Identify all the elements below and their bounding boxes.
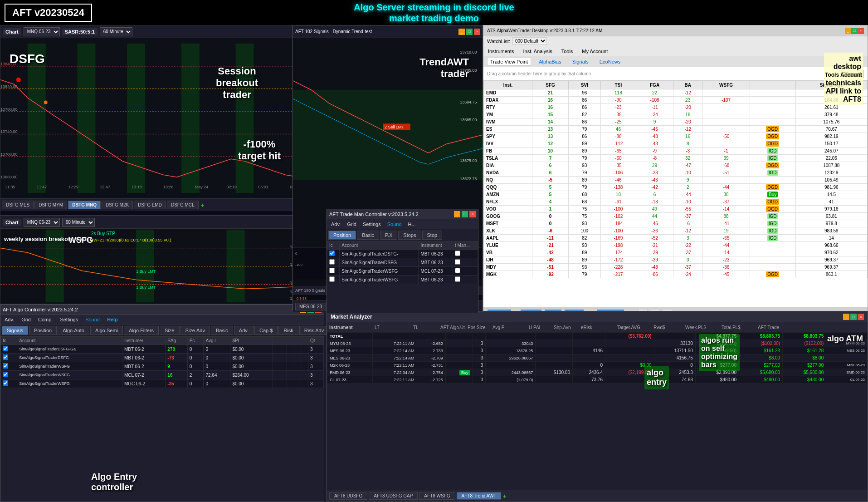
tm-tab-stop[interactable]: Stop [422,231,443,240]
tm-mbt-check-4[interactable] [455,276,460,282]
tm-settings[interactable]: Settings [361,221,383,228]
tm-mbt-check-2[interactable] [455,259,460,265]
menu-sound[interactable]: Sound [83,316,102,323]
timeframe-select-top[interactable]: 60 Minute [100,27,132,36]
tab-signals[interactable]: Signals [2,326,28,335]
tm-check-4[interactable] [329,276,335,282]
tab-dsfg-emd[interactable]: DSFG EMD [134,201,166,209]
menu-adv[interactable]: Adv. [3,316,16,323]
col-c5 [294,337,301,345]
ma-tab-aft8-wsfg[interactable]: AFT8 WSFG [419,492,455,500]
trendawt-min[interactable]: _ [458,29,465,35]
tools-account-label: Tools Account [824,71,863,79]
tab-size-adv[interactable]: Size.Adv [180,326,210,335]
trade-man-min[interactable]: _ [454,211,460,217]
table-row: SimAlgoSignalTraderWSFG MCL 07-2 16 2 72… [1,371,324,379]
tm-sound[interactable]: Sound [385,221,404,228]
add-chart-tab[interactable]: + [201,202,205,209]
tm-tab-basic[interactable]: Basic [357,231,379,240]
tm-tab-position[interactable]: Position [328,231,356,240]
awt-max[interactable]: □ [851,28,858,34]
symbol-select-top[interactable]: MNQ 06-23 [24,27,60,36]
awt-nav-alphabias[interactable]: AlphaBias [536,58,565,66]
col-c1 [266,337,273,345]
tab-risk[interactable]: Risk [278,326,298,335]
table-row: DIA 6 93 -35 29 -47 -68 OGD 1087.88 [484,162,868,169]
awt-nav-econews[interactable]: EcoNews [596,58,624,66]
tab-risk-adv[interactable]: Risk.Adv [299,326,329,335]
awt-watchlist-select[interactable]: 000 Default [512,37,547,45]
tm-mbt-check-1[interactable] [455,251,460,256]
tm-check-2[interactable] [329,259,335,265]
awt-menu-instruments[interactable]: Instruments [488,49,514,54]
algo-controller-title: AFT Algo Controller v:2023.5.24.2 [3,307,78,312]
tm-h[interactable]: H... [406,221,418,228]
tab-dsfg-mes[interactable]: DSFG MES [2,201,34,209]
tab-dsfg-mcl[interactable]: DSFG MCL [167,201,199,209]
tab-dsfg-mym[interactable]: DSFG MYM [34,201,67,209]
ma-col-avgp: Avg P [493,325,529,330]
trendawt-title: AFT 102 Signals - Dynamic Trend-test [295,29,456,34]
tm-check-3[interactable] [329,268,335,273]
ma-max[interactable]: □ [850,314,857,320]
center-title-line2: market trading demo [354,13,514,24]
tab-mes[interactable]: MES 06-23 [295,303,326,310]
awt-nav-signals[interactable]: Signals [569,58,592,66]
trendawt-close[interactable]: × [474,29,480,35]
tab-dsfg-m2k[interactable]: DSFG M2K [102,201,133,209]
tab-adv[interactable]: Adv. [234,326,254,335]
tab-caps[interactable]: Cap.$ [254,326,278,335]
awt-min[interactable]: _ [845,28,851,34]
menu-grid[interactable]: Grid [20,316,33,323]
add-ma-tab[interactable]: + [502,492,506,500]
ma-col-erisk: eRisk [581,325,617,330]
tab-algo-filters[interactable]: Algo.Filters [124,326,159,335]
tm-tab-px[interactable]: P.X [380,231,397,240]
trade-man-max[interactable]: □ [462,211,468,217]
awt-menu-my-account[interactable]: My Account [582,49,608,54]
tab-basic[interactable]: Basic [211,326,233,335]
tm-adv[interactable]: Adv. [329,221,342,228]
tm-tab-stops[interactable]: Stops [398,231,421,240]
awt-title: ATS.AlphaWebTrader.Desktop v:2023.3.8.1 … [487,28,845,33]
ma-close[interactable]: × [858,314,864,320]
trade-man-close[interactable]: × [469,211,476,217]
timeframe-select-bottom[interactable]: 60 Minute [62,218,95,227]
menu-comp[interactable]: Comp. [36,316,54,323]
awt-menu-tools[interactable]: Tools [561,49,573,54]
table-row: ES 13 79 46 -45 -12 OGD 70.67 [484,126,868,133]
table-row: IVV 12 89 -112 -43 8 OGD 150.17 [484,140,868,148]
trade-man-controller: AFT Trade Man Controller v:2023.5.24.2 _… [327,209,478,313]
awt-nav-tradeview[interactable]: Trade View Point [487,58,531,66]
center-title: Algo Server streaming in discord live ma… [354,2,514,24]
ma-tab-aft8-trend-awt[interactable]: AFT8 Trend AWT [457,492,502,500]
ma-min[interactable]: _ [843,314,849,320]
trendawt-toolbar: AFT 102 Signals - Dynamic Trend-test _ □… [293,25,483,38]
table-row: SimAlgoSignalTraderDSFG-Ga MBT 06-2 270 … [1,345,324,354]
ma-tab-aft8-udsfg[interactable]: AFT8 UDSFG [329,492,367,500]
svg-text:2 Sell LMT: 2 Sell LMT [385,125,404,129]
symbol-select-bottom[interactable]: MNQ 06-23 [24,218,60,227]
awt-menu-inst-analysis[interactable]: Inst. Analysis [523,49,552,54]
table-row: M2K 06-23 7:22:11 AM -2.731 3 0 $0.00 0 … [327,362,868,369]
ma-tab-aft8-udsfg-gap[interactable]: AFT8 UDSFG GAP [369,492,418,500]
tm-check-1[interactable] [329,251,335,256]
menu-help[interactable]: Help [105,316,120,323]
table-row: NQ -5 89 -46 -43 9 105.49 [484,177,868,184]
tab-dsfg-mnq[interactable]: DSFG MNQ [68,201,101,209]
tab-algo-semi[interactable]: Algo.Semi [90,326,123,335]
awt-close[interactable]: × [858,28,864,34]
tm-mcl-check[interactable] [455,268,460,273]
svg-text:13694.75: 13694.75 [460,100,477,104]
tm-grid[interactable]: Grid [345,221,358,228]
trendawt-max[interactable]: □ [466,29,473,35]
algo-controller: AFT Algo Controller v:2023.5.24.2 _ □ × … [0,304,324,502]
tab-position[interactable]: Position [29,326,57,335]
menu-settings[interactable]: Settings [58,316,80,323]
table-row: IWM 14 86 -25 9 -20 1075.76 [484,118,868,126]
wsfg-bottom-label: WSFG [68,236,93,245]
tab-size[interactable]: Size [160,326,179,335]
tab-algo-auto[interactable]: Algo.Auto [58,326,89,335]
trendawt-label: TrendAWT trader [419,56,469,80]
session-breakout-label: Session breakout trader [216,65,258,101]
